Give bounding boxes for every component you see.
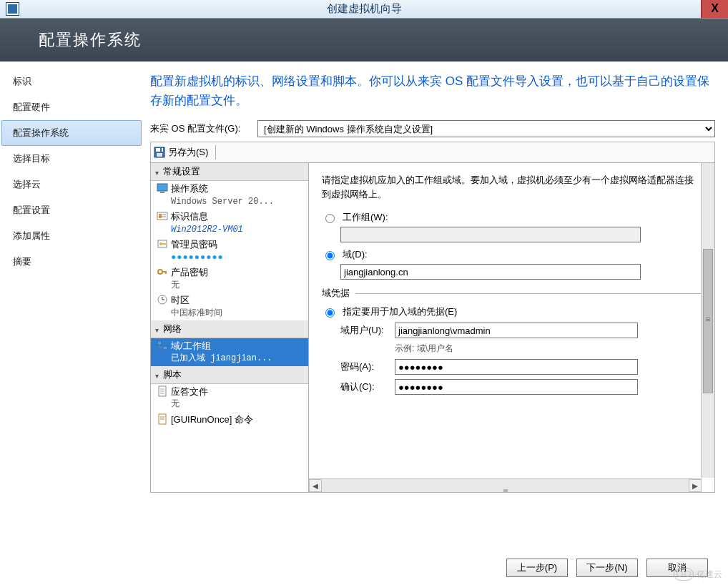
domain-user-input[interactable] xyxy=(395,323,638,338)
tree-item-guirunonce[interactable]: [GUIRunOnce] 命令 xyxy=(151,412,308,428)
tree-item-identity[interactable]: 标识信息Win2012R2-VM01 xyxy=(151,209,308,237)
svg-rect-1 xyxy=(156,148,163,152)
nav-item-4[interactable]: 选择云 xyxy=(1,172,142,197)
nav-item-0[interactable]: 标识 xyxy=(1,69,142,94)
chevron-down-icon xyxy=(155,167,159,177)
tree-group-header[interactable]: 网络 xyxy=(151,320,308,338)
wizard-header-title: 配置操作系统 xyxy=(39,29,142,51)
workgroup-radio[interactable] xyxy=(325,214,335,223)
domain-credentials-heading: 域凭据 xyxy=(322,287,350,300)
svg-rect-2 xyxy=(157,153,162,157)
os-icon xyxy=(157,182,168,194)
confirm-label: 确认(C): xyxy=(340,380,395,393)
svg-rect-20 xyxy=(163,346,167,350)
chevron-down-icon xyxy=(155,324,159,335)
domain-form: 请指定虚拟机应加入的工作组或域。要加入域，虚拟机必须至少有一个虚拟网络适配器连接… xyxy=(309,163,714,492)
save-as-button[interactable]: 另存为(S) xyxy=(168,146,208,159)
toolbar-divider xyxy=(215,145,216,159)
workgroup-label: 工作组(W): xyxy=(343,211,388,224)
scroll-left-icon[interactable]: ◄ xyxy=(309,479,322,492)
tree-item-os[interactable]: 操作系统Windows Server 20... xyxy=(151,181,308,209)
svg-rect-12 xyxy=(162,243,166,245)
app-icon xyxy=(6,2,19,16)
nav-item-2[interactable]: 配置操作系统 xyxy=(1,120,142,146)
password-label: 密码(A): xyxy=(340,360,395,373)
watermark-logo-icon xyxy=(674,568,694,581)
titlebar: 创建虚拟机向导 X xyxy=(0,0,728,19)
watermark-text: 亿速云 xyxy=(697,569,722,581)
watermark: 亿速云 xyxy=(674,568,722,581)
svg-rect-19 xyxy=(157,341,162,345)
workgroup-input[interactable] xyxy=(340,227,641,242)
window-title: 创建虚拟机向导 xyxy=(0,2,728,16)
vertical-scrollbar[interactable] xyxy=(701,163,714,478)
chevron-down-icon xyxy=(155,370,159,380)
prod-key-icon xyxy=(157,266,168,277)
nav-item-6[interactable]: 添加属性 xyxy=(1,223,142,249)
svg-rect-3 xyxy=(160,148,162,152)
profile-toolbar: 另存为(S) xyxy=(150,142,715,162)
nav-item-3[interactable]: 选择目标 xyxy=(1,146,142,172)
guest-os-profile-select[interactable]: [创建新的 Windows 操作系统自定义设置] xyxy=(257,120,715,137)
settings-tree: 常规设置操作系统Windows Server 20...标识信息Win2012R… xyxy=(151,163,309,492)
tree-item-domain-workgroup[interactable]: 域/工作组已加入域 jiangjian... xyxy=(151,338,308,366)
timezone-icon xyxy=(157,294,168,305)
admin-pw-icon xyxy=(157,238,168,250)
tree-group-header[interactable]: 常规设置 xyxy=(151,163,308,181)
svg-rect-15 xyxy=(165,271,167,274)
svg-rect-7 xyxy=(159,214,162,218)
next-button[interactable]: 下一步(N) xyxy=(576,559,638,577)
nav-item-7[interactable]: 摘要 xyxy=(1,249,142,275)
wizard-nav: 标识配置硬件配置操作系统选择目标选择云配置设置添加属性摘要 xyxy=(0,62,143,548)
answer-file-icon xyxy=(157,385,168,397)
domain-radio[interactable] xyxy=(325,251,335,260)
svg-rect-4 xyxy=(157,184,167,191)
password-input[interactable] xyxy=(395,359,638,375)
tree-item-prod-key[interactable]: 产品密钥无 xyxy=(151,265,308,292)
tree-item-timezone[interactable]: 时区中国标准时间 xyxy=(151,292,308,320)
close-button[interactable]: X xyxy=(701,0,728,18)
svg-rect-5 xyxy=(160,192,164,193)
wizard-header: 配置操作系统 xyxy=(0,19,728,62)
domain-label: 域(D): xyxy=(343,248,368,261)
form-note: 请指定虚拟机应加入的工作组或域。要加入域，虚拟机必须至少有一个虚拟网络适配器连接… xyxy=(322,173,702,201)
save-icon xyxy=(154,147,165,158)
horizontal-scrollbar[interactable]: ◄ ► xyxy=(309,478,702,492)
divider-line xyxy=(355,293,702,294)
nav-item-5[interactable]: 配置设置 xyxy=(1,197,142,223)
wizard-footer: 上一步(P) 下一步(N) 取消 xyxy=(0,551,728,585)
intro-text: 配置新虚拟机的标识、网络设置和脚本。你可以从来宾 OS 配置文件导入设置，也可以… xyxy=(150,72,715,110)
svg-point-11 xyxy=(159,242,162,245)
domain-user-hint: 示例: 域\用户名 xyxy=(395,343,702,355)
specify-creds-radio[interactable] xyxy=(325,308,335,318)
scroll-right-icon[interactable]: ► xyxy=(689,479,702,492)
domain-user-label: 域用户(U): xyxy=(340,324,395,337)
domain-input[interactable] xyxy=(340,264,641,280)
prev-button[interactable]: 上一步(P) xyxy=(506,559,568,577)
nav-item-1[interactable]: 配置硬件 xyxy=(1,94,142,120)
tree-group-header[interactable]: 脚本 xyxy=(151,366,308,384)
domain-workgroup-icon xyxy=(157,340,168,351)
tree-item-answer-file[interactable]: 应答文件无 xyxy=(151,384,308,412)
confirm-input[interactable] xyxy=(395,379,638,395)
specify-creds-label: 指定要用于加入域的凭据(E) xyxy=(343,305,457,318)
guirunonce-icon xyxy=(157,413,168,425)
guest-os-profile-label: 来宾 OS 配置文件(G): xyxy=(150,122,257,135)
identity-icon xyxy=(157,210,168,222)
tree-item-admin-pw[interactable]: 管理员密码●●●●●●●●● xyxy=(151,237,308,265)
